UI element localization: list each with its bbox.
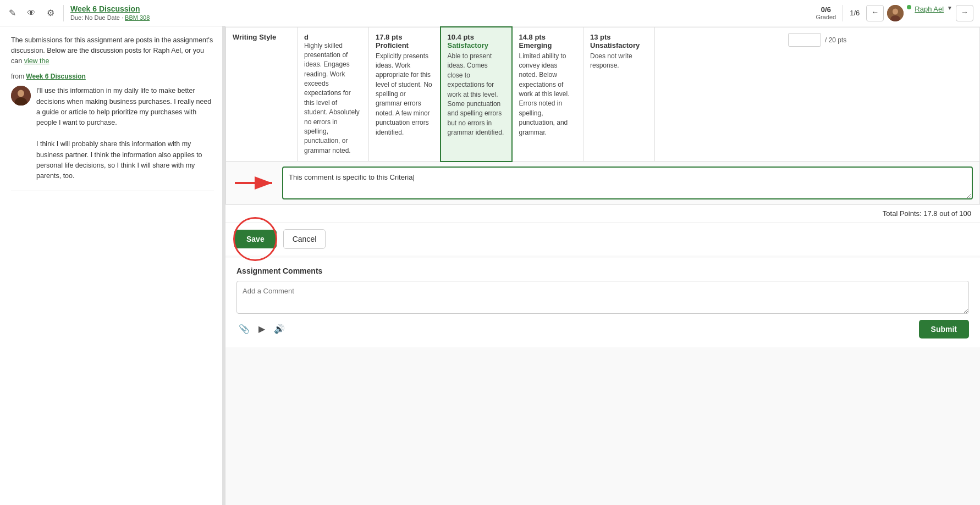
rating-desc-3: Limited ability to convey ideas noted. B… — [519, 52, 577, 138]
criteria-comment-textarea[interactable] — [282, 167, 973, 199]
assignment-comments-heading: Assignment Comments — [236, 267, 969, 275]
attachment-icon: 📎 — [239, 324, 250, 334]
submission-info: The submissions for this assignment are … — [11, 35, 214, 66]
media-icon-btn[interactable]: ▶ — [256, 321, 267, 336]
score-input[interactable] — [788, 33, 821, 47]
criteria-comment-cell — [226, 162, 980, 204]
edit-icon-btn[interactable]: ✎ — [7, 5, 18, 20]
nav-fraction: 1/6 — [850, 9, 860, 17]
rating-name-2: Satisfactory — [448, 41, 505, 49]
user-name[interactable]: Raph Ael — [915, 5, 944, 21]
gear-icon-btn[interactable]: ⚙ — [45, 5, 57, 20]
rating-cell-0[interactable]: d Highly skilled presentation of ideas. … — [298, 27, 369, 162]
rating-name-4: Unsatisfactory — [590, 41, 648, 49]
rubric-table: Writing Style d Highly skilled presentat… — [225, 26, 980, 204]
svg-point-4 — [18, 90, 24, 97]
rubric-table-wrapper: Writing Style d Highly skilled presentat… — [225, 26, 980, 204]
rating-desc-0: Highly skilled presentation of ideas. En… — [304, 41, 362, 156]
post-avatar — [11, 86, 31, 106]
from-link-area: from Week 6 Discussion — [11, 73, 214, 80]
nav-arrows: ← Raph Ael ▼ → — [866, 5, 973, 21]
nav-prev-btn[interactable]: ← — [866, 5, 884, 21]
assignment-title[interactable]: Week 6 Discussion — [70, 4, 810, 14]
avatar — [887, 5, 904, 21]
rating-desc-1: Explicitly presents ideas. Work appropri… — [376, 52, 433, 138]
assignment-subtitle: Due: No Due Date · BBM 308 — [70, 14, 810, 21]
save-button[interactable]: Save — [234, 230, 277, 248]
grade-fraction: 0/6 — [821, 5, 831, 14]
grade-label: Graded — [816, 14, 836, 20]
submit-button[interactable]: Submit — [919, 320, 969, 338]
rating-desc-2: Able to present ideas. Comes close to ex… — [448, 52, 505, 138]
rating-cell-2[interactable]: 10.4 pts Satisfactory Able to present id… — [441, 27, 512, 162]
rating-name-3: Emerging — [519, 41, 577, 49]
left-content: The submissions for this assignment are … — [0, 26, 225, 209]
audio-icon: 🔊 — [274, 324, 285, 334]
header-separator — [63, 5, 64, 21]
post-paragraph-2: I think I will probably share this infor… — [36, 139, 214, 182]
rating-pts-3: 14.8 pts — [519, 33, 577, 41]
attachment-icon-btn[interactable]: 📎 — [236, 321, 252, 336]
header-title-area: Week 6 Discussion Due: No Due Date · BBM… — [70, 4, 810, 21]
online-status-dot — [907, 5, 911, 9]
eye-icon-btn[interactable]: 👁 — [25, 6, 38, 20]
comment-toolbar: 📎 ▶ 🔊 Submit — [236, 320, 969, 338]
post-paragraph-1: I'll use this information in my daily li… — [36, 86, 214, 129]
cancel-button[interactable]: Cancel — [283, 229, 326, 249]
rating-cell-3[interactable]: 14.8 pts Emerging Limited ability to con… — [512, 27, 583, 162]
view-the-link[interactable]: view the — [24, 57, 49, 65]
save-btn-wrapper: Save — [234, 230, 277, 248]
rating-name-1: Proficient — [376, 41, 433, 49]
grade-info: 0/6 Graded — [816, 5, 836, 20]
criteria-cell: Writing Style — [226, 27, 298, 162]
eye-icon: 👁 — [27, 8, 36, 18]
header-separator-2 — [843, 5, 843, 21]
criteria-label: Writing Style — [233, 33, 276, 41]
rating-pts-2: 10.4 pts — [448, 33, 505, 41]
rating-pts-0: d — [304, 33, 362, 41]
assignment-comments-section: Assignment Comments 📎 ▶ 🔊 Submit — [225, 258, 980, 347]
svg-point-1 — [893, 8, 898, 14]
post-area: I'll use this information in my daily li… — [11, 86, 214, 181]
discussion-link[interactable]: Week 6 Discussion — [26, 73, 86, 80]
total-points-bar: Total Points: 17.8 out of 100 — [225, 204, 980, 222]
nav-next-btn[interactable]: → — [956, 5, 973, 21]
post-divider — [11, 191, 214, 191]
red-arrow-icon — [233, 173, 277, 193]
score-cell: / 20 pts — [655, 27, 980, 162]
top-header: ✎ 👁 ⚙ Week 6 Discussion Due: No Due Date… — [0, 0, 980, 26]
audio-icon-btn[interactable]: 🔊 — [272, 321, 287, 336]
header-right: 0/6 Graded 1/6 ← Raph Ael ▼ → — [816, 5, 973, 21]
score-outof: / 20 pts — [825, 36, 846, 44]
right-panel: Writing Style d Highly skilled presentat… — [225, 26, 980, 505]
action-row: Save Cancel — [225, 222, 980, 256]
arrow-indicator — [233, 167, 973, 199]
rating-pts-4: 13 pts — [590, 33, 648, 41]
total-points-label: Total Points: 17.8 out of 100 — [883, 209, 971, 218]
rating-cell-4[interactable]: 13 pts Unsatisfactory Does not write res… — [583, 27, 655, 162]
rating-pts-1: 17.8 pts — [376, 33, 433, 41]
course-link[interactable]: BBM 308 — [125, 14, 150, 21]
comment-textarea[interactable] — [236, 281, 969, 314]
left-panel: The submissions for this assignment are … — [0, 26, 225, 505]
rubric-row: Writing Style d Highly skilled presentat… — [226, 27, 980, 162]
rating-cell-1[interactable]: 17.8 pts Proficient Explicitly presents … — [369, 27, 441, 162]
rating-desc-4: Does not write response. — [590, 52, 648, 71]
user-dropdown-arrow[interactable]: ▼ — [947, 5, 953, 21]
media-icon: ▶ — [258, 324, 265, 334]
criteria-comment-row — [226, 162, 980, 204]
resize-handle[interactable] — [222, 26, 225, 505]
edit-icon: ✎ — [9, 8, 16, 18]
main-layout: The submissions for this assignment are … — [0, 26, 980, 505]
gear-icon: ⚙ — [47, 8, 54, 18]
post-text: I'll use this information in my daily li… — [36, 86, 214, 181]
